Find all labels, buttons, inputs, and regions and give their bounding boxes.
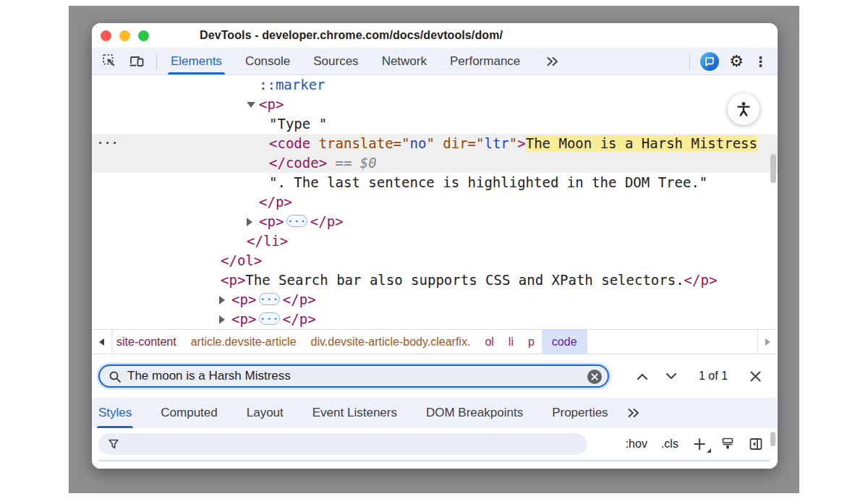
zoom-window-button[interactable]	[138, 30, 149, 41]
dom-node-segment: </p>	[684, 272, 718, 288]
expand-ellipsis-button[interactable]: ···	[259, 312, 279, 325]
toggle-sidebar-icon[interactable]	[749, 437, 763, 451]
toolbar-divider-right	[689, 54, 690, 69]
dom-node-segment: $0	[360, 155, 377, 171]
dom-tree-row[interactable]: </code> == $0	[92, 153, 778, 173]
expand-ellipsis-button[interactable]: ···	[286, 215, 307, 227]
dom-tree: ::marker<p>"Type "···<code translate="no…	[92, 75, 778, 329]
dom-tree-row[interactable]: <p>	[92, 95, 778, 114]
ai-assistant-icon[interactable]	[700, 52, 719, 71]
breadcrumb-bar: site-contentarticle.devsite-articlediv.d…	[92, 329, 778, 354]
more-tabs-icon[interactable]	[546, 56, 558, 67]
breadcrumb-item-article-devsite-article[interactable]: article.devsite-article	[184, 330, 304, 354]
sidebar-tab-styles[interactable]: Styles	[98, 398, 132, 428]
dom-node-segment: >	[517, 135, 525, 151]
dom-node-segment: ==	[327, 155, 360, 171]
breadcrumb-item-site-content[interactable]: site-content	[109, 330, 184, 354]
dom-tree-row[interactable]: <p>···</p>	[92, 310, 778, 329]
dom-node-segment: ". The last sentence is highlighted in t…	[269, 174, 707, 190]
dom-tree-row[interactable]: ···<code translate="no" dir="ltr">The Mo…	[92, 134, 778, 153]
sidebar-tab-layout[interactable]: Layout	[247, 398, 284, 428]
previous-match-button[interactable]	[628, 364, 657, 388]
disclosure-right-icon[interactable]	[247, 218, 252, 226]
paint-brush-icon[interactable]	[720, 437, 735, 451]
sidebar-tab-properties[interactable]: Properties	[552, 398, 608, 428]
more-sidebar-tabs-icon[interactable]	[627, 398, 639, 428]
toolbar-right-group: ⚙ ⋮	[689, 52, 767, 71]
dom-node-segment: no	[409, 135, 426, 151]
element-classes-button[interactable]: .cls	[661, 438, 678, 451]
chevron-right-icon	[765, 338, 770, 346]
device-toolbar-icon[interactable]	[129, 54, 145, 69]
pane-divider	[98, 460, 770, 461]
dom-node-segment: "	[509, 135, 517, 151]
sidebar-tab-event-listeners[interactable]: Event Listeners	[312, 398, 397, 428]
disclosure-right-icon[interactable]	[219, 315, 225, 324]
accessibility-button[interactable]	[728, 93, 760, 125]
search-field[interactable]	[98, 364, 609, 388]
dom-tree-row[interactable]: <p>···</p>	[92, 290, 778, 310]
dom-node-segment: "Type "	[269, 116, 327, 132]
tab-network[interactable]: Network	[380, 48, 428, 74]
dom-tree-row[interactable]: <p>···</p>	[92, 212, 778, 231]
tab-performance[interactable]: Performance	[448, 48, 522, 74]
dom-node-segment: </p>	[310, 213, 344, 229]
dom-node-segment: The Moon is a Harsh Mistress	[526, 135, 757, 151]
sidebar-tab-dom-breakpoints[interactable]: DOM Breakpoints	[426, 398, 523, 428]
styles-pane-scrollbar[interactable]	[770, 432, 775, 446]
dom-node-segment: translate="	[310, 135, 409, 151]
row-actions-icon[interactable]: ···	[97, 134, 119, 153]
dom-tree-row[interactable]: </li>	[92, 231, 778, 251]
tab-sources[interactable]: Sources	[312, 48, 359, 74]
toggle-element-state-button[interactable]: :hov	[626, 438, 647, 451]
dom-node-segment: <code	[269, 135, 310, 151]
breadcrumb-item-div-devsite-article-body-clearfix-[interactable]: div.devsite-article-body.clearfix.	[304, 330, 478, 354]
match-count: 1 of 1	[699, 370, 728, 383]
sidebar-tab-computed[interactable]: Computed	[161, 398, 217, 428]
minimize-window-button[interactable]	[119, 30, 130, 41]
window-title: DevTools - developer.chrome.com/docs/dev…	[200, 29, 503, 42]
next-match-button[interactable]	[657, 364, 686, 388]
styles-filter-row: :hov .cls +	[92, 428, 778, 460]
breadcrumb-item-code[interactable]: code	[542, 330, 587, 354]
bottom-strip	[92, 460, 778, 469]
devtools-window: DevTools - developer.chrome.com/docs/dev…	[92, 23, 778, 469]
new-style-rule-button[interactable]: +	[692, 437, 707, 451]
dom-tree-row[interactable]: </p>	[92, 192, 778, 212]
more-options-icon[interactable]: ⋮	[754, 54, 767, 69]
tab-console[interactable]: Console	[244, 48, 292, 74]
disclosure-right-icon[interactable]	[219, 296, 225, 304]
chevron-left-icon	[99, 338, 104, 346]
expand-ellipsis-button[interactable]: ···	[259, 293, 279, 305]
styles-filter-field[interactable]	[98, 433, 587, 455]
dom-node-segment: </p>	[283, 311, 316, 327]
sidebar-tab-bar: StylesComputedLayoutEvent ListenersDOM B…	[92, 398, 778, 428]
breadcrumb-item-li[interactable]: li	[501, 330, 521, 354]
settings-gear-icon[interactable]: ⚙	[729, 54, 744, 69]
search-input[interactable]	[127, 369, 579, 383]
panel-tabs: ElementsConsoleSourcesNetworkPerformance	[169, 48, 542, 74]
dom-tree-scrollbar[interactable]	[770, 154, 776, 183]
breadcrumb-next-button[interactable]	[757, 330, 778, 354]
close-search-button[interactable]	[741, 364, 770, 388]
dom-node-segment: </p>	[283, 291, 316, 307]
dom-tree-row[interactable]: </ol>	[92, 251, 778, 270]
dom-node-segment: <p>	[221, 272, 245, 288]
tab-elements[interactable]: Elements	[169, 48, 224, 74]
filter-funnel-icon	[108, 438, 119, 450]
search-row: 1 of 1	[92, 354, 778, 398]
styles-filter-input[interactable]	[127, 438, 564, 451]
dom-node-segment: <p>	[259, 213, 284, 229]
dom-tree-row[interactable]: ". The last sentence is highlighted in t…	[92, 173, 778, 192]
dom-tree-row[interactable]: ::marker	[92, 75, 778, 95]
breadcrumb-item-p[interactable]: p	[521, 330, 542, 354]
dom-node-segment: dir="	[435, 135, 485, 151]
dom-node-segment: </ol>	[221, 252, 262, 268]
close-window-button[interactable]	[101, 30, 111, 41]
disclosure-down-icon[interactable]	[247, 102, 255, 108]
clear-search-icon[interactable]	[587, 369, 603, 385]
inspect-element-icon[interactable]	[101, 54, 117, 69]
dom-tree-row[interactable]: <p>The Search bar also supports CSS and …	[92, 270, 778, 290]
dom-tree-row[interactable]: "Type "	[92, 114, 778, 134]
breadcrumb-item-ol[interactable]: ol	[477, 330, 501, 354]
